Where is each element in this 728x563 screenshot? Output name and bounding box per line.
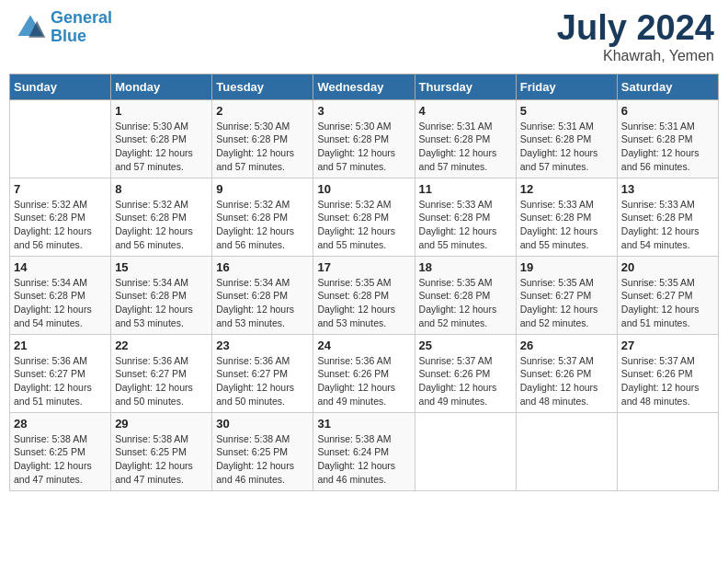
calendar-cell: 12Sunrise: 5:33 AMSunset: 6:28 PMDayligh… <box>516 178 617 256</box>
day-number: 13 <box>621 182 714 196</box>
day-of-week-header: Friday <box>516 74 617 99</box>
calendar-cell: 22Sunrise: 5:36 AMSunset: 6:27 PMDayligh… <box>111 334 212 412</box>
calendar-cell: 5Sunrise: 5:31 AMSunset: 6:28 PMDaylight… <box>516 99 617 178</box>
day-number: 28 <box>14 417 107 431</box>
calendar-cell: 10Sunrise: 5:32 AMSunset: 6:28 PMDayligh… <box>313 178 415 256</box>
calendar-cell: 4Sunrise: 5:31 AMSunset: 6:28 PMDaylight… <box>415 99 516 178</box>
cell-info: Sunrise: 5:37 AMSunset: 6:26 PMDaylight:… <box>419 354 512 408</box>
day-number: 6 <box>621 104 714 118</box>
calendar-cell: 18Sunrise: 5:35 AMSunset: 6:28 PMDayligh… <box>415 256 516 334</box>
cell-info: Sunrise: 5:32 AMSunset: 6:28 PMDaylight:… <box>216 198 309 252</box>
location: Khawrah, Yemen <box>557 48 714 64</box>
day-number: 7 <box>14 182 107 196</box>
day-number: 25 <box>419 339 512 352</box>
calendar-cell: 19Sunrise: 5:35 AMSunset: 6:27 PMDayligh… <box>516 256 617 334</box>
calendar-cell: 13Sunrise: 5:33 AMSunset: 6:28 PMDayligh… <box>617 178 718 256</box>
cell-info: Sunrise: 5:34 AMSunset: 6:28 PMDaylight:… <box>115 276 208 330</box>
cell-info: Sunrise: 5:33 AMSunset: 6:28 PMDaylight:… <box>520 198 613 252</box>
calendar-cell: 23Sunrise: 5:36 AMSunset: 6:27 PMDayligh… <box>212 334 313 412</box>
calendar-week-row: 14Sunrise: 5:34 AMSunset: 6:28 PMDayligh… <box>10 256 719 334</box>
day-number: 11 <box>419 182 512 196</box>
calendar-cell: 25Sunrise: 5:37 AMSunset: 6:26 PMDayligh… <box>415 334 516 412</box>
day-number: 29 <box>115 417 208 431</box>
logo: General Blue <box>14 9 112 46</box>
day-number: 10 <box>317 182 410 196</box>
day-number: 3 <box>317 104 410 118</box>
cell-info: Sunrise: 5:32 AMSunset: 6:28 PMDaylight:… <box>14 198 107 252</box>
calendar-cell <box>516 412 617 490</box>
cell-info: Sunrise: 5:35 AMSunset: 6:27 PMDaylight:… <box>520 276 613 330</box>
day-number: 22 <box>115 339 208 352</box>
cell-info: Sunrise: 5:38 AMSunset: 6:24 PMDaylight:… <box>317 432 410 487</box>
day-number: 14 <box>14 260 107 274</box>
cell-info: Sunrise: 5:35 AMSunset: 6:28 PMDaylight:… <box>419 276 512 330</box>
cell-info: Sunrise: 5:36 AMSunset: 6:26 PMDaylight:… <box>317 354 410 408</box>
day-number: 23 <box>216 339 309 352</box>
calendar-table: SundayMondayTuesdayWednesdayThursdayFrid… <box>9 74 719 491</box>
cell-info: Sunrise: 5:30 AMSunset: 6:28 PMDaylight:… <box>115 120 208 174</box>
calendar-cell: 27Sunrise: 5:37 AMSunset: 6:26 PMDayligh… <box>617 334 718 412</box>
calendar-cell: 14Sunrise: 5:34 AMSunset: 6:28 PMDayligh… <box>10 256 111 334</box>
calendar-cell: 30Sunrise: 5:38 AMSunset: 6:25 PMDayligh… <box>212 412 313 490</box>
day-number: 17 <box>317 260 410 274</box>
day-number: 18 <box>419 260 512 274</box>
calendar-cell: 1Sunrise: 5:30 AMSunset: 6:28 PMDaylight… <box>111 99 212 178</box>
cell-info: Sunrise: 5:33 AMSunset: 6:28 PMDaylight:… <box>621 198 714 252</box>
day-number: 21 <box>14 339 107 352</box>
cell-info: Sunrise: 5:32 AMSunset: 6:28 PMDaylight:… <box>317 198 410 252</box>
cell-info: Sunrise: 5:34 AMSunset: 6:28 PMDaylight:… <box>216 276 309 330</box>
cell-info: Sunrise: 5:38 AMSunset: 6:25 PMDaylight:… <box>115 432 208 487</box>
calendar-cell: 31Sunrise: 5:38 AMSunset: 6:24 PMDayligh… <box>313 412 415 490</box>
day-number: 24 <box>317 339 410 352</box>
day-number: 27 <box>621 339 714 352</box>
day-number: 1 <box>115 104 208 118</box>
day-number: 8 <box>115 182 208 196</box>
calendar-week-row: 7Sunrise: 5:32 AMSunset: 6:28 PMDaylight… <box>10 178 719 256</box>
calendar-cell: 24Sunrise: 5:36 AMSunset: 6:26 PMDayligh… <box>313 334 415 412</box>
cell-info: Sunrise: 5:33 AMSunset: 6:28 PMDaylight:… <box>419 198 512 252</box>
day-number: 5 <box>520 104 613 118</box>
calendar-cell: 17Sunrise: 5:35 AMSunset: 6:28 PMDayligh… <box>313 256 415 334</box>
title-block: July 2024 Khawrah, Yemen <box>557 9 714 64</box>
calendar-cell: 2Sunrise: 5:30 AMSunset: 6:28 PMDaylight… <box>212 99 313 178</box>
calendar-cell <box>415 412 516 490</box>
cell-info: Sunrise: 5:38 AMSunset: 6:25 PMDaylight:… <box>216 432 309 487</box>
calendar-week-row: 1Sunrise: 5:30 AMSunset: 6:28 PMDaylight… <box>10 99 719 178</box>
calendar-cell: 9Sunrise: 5:32 AMSunset: 6:28 PMDaylight… <box>212 178 313 256</box>
calendar-cell <box>617 412 718 490</box>
calendar-header-row: SundayMondayTuesdayWednesdayThursdayFrid… <box>10 74 719 99</box>
calendar-cell: 15Sunrise: 5:34 AMSunset: 6:28 PMDayligh… <box>111 256 212 334</box>
day-of-week-header: Sunday <box>10 74 111 99</box>
calendar-cell: 11Sunrise: 5:33 AMSunset: 6:28 PMDayligh… <box>415 178 516 256</box>
day-number: 31 <box>317 417 410 431</box>
calendar-week-row: 28Sunrise: 5:38 AMSunset: 6:25 PMDayligh… <box>10 412 719 490</box>
day-number: 30 <box>216 417 309 431</box>
day-number: 4 <box>419 104 512 118</box>
calendar-body: 1Sunrise: 5:30 AMSunset: 6:28 PMDaylight… <box>10 99 719 490</box>
cell-info: Sunrise: 5:30 AMSunset: 6:28 PMDaylight:… <box>216 120 309 174</box>
day-of-week-header: Saturday <box>617 74 718 99</box>
calendar-cell: 3Sunrise: 5:30 AMSunset: 6:28 PMDaylight… <box>313 99 415 178</box>
cell-info: Sunrise: 5:35 AMSunset: 6:27 PMDaylight:… <box>621 276 714 330</box>
calendar-cell: 26Sunrise: 5:37 AMSunset: 6:26 PMDayligh… <box>516 334 617 412</box>
day-number: 19 <box>520 260 613 274</box>
cell-info: Sunrise: 5:34 AMSunset: 6:28 PMDaylight:… <box>14 276 107 330</box>
calendar-cell: 6Sunrise: 5:31 AMSunset: 6:28 PMDaylight… <box>617 99 718 178</box>
calendar-cell: 8Sunrise: 5:32 AMSunset: 6:28 PMDaylight… <box>111 178 212 256</box>
calendar-cell: 20Sunrise: 5:35 AMSunset: 6:27 PMDayligh… <box>617 256 718 334</box>
cell-info: Sunrise: 5:35 AMSunset: 6:28 PMDaylight:… <box>317 276 410 330</box>
cell-info: Sunrise: 5:36 AMSunset: 6:27 PMDaylight:… <box>216 354 309 408</box>
calendar-cell: 7Sunrise: 5:32 AMSunset: 6:28 PMDaylight… <box>10 178 111 256</box>
calendar-cell <box>10 99 111 178</box>
cell-info: Sunrise: 5:31 AMSunset: 6:28 PMDaylight:… <box>621 120 714 174</box>
logo-icon <box>14 11 47 44</box>
cell-info: Sunrise: 5:37 AMSunset: 6:26 PMDaylight:… <box>621 354 714 408</box>
day-of-week-header: Thursday <box>415 74 516 99</box>
day-number: 26 <box>520 339 613 352</box>
day-number: 9 <box>216 182 309 196</box>
cell-info: Sunrise: 5:36 AMSunset: 6:27 PMDaylight:… <box>115 354 208 408</box>
cell-info: Sunrise: 5:36 AMSunset: 6:27 PMDaylight:… <box>14 354 107 408</box>
day-of-week-header: Wednesday <box>313 74 415 99</box>
day-number: 15 <box>115 260 208 274</box>
page-header: General Blue July 2024 Khawrah, Yemen <box>9 9 719 64</box>
